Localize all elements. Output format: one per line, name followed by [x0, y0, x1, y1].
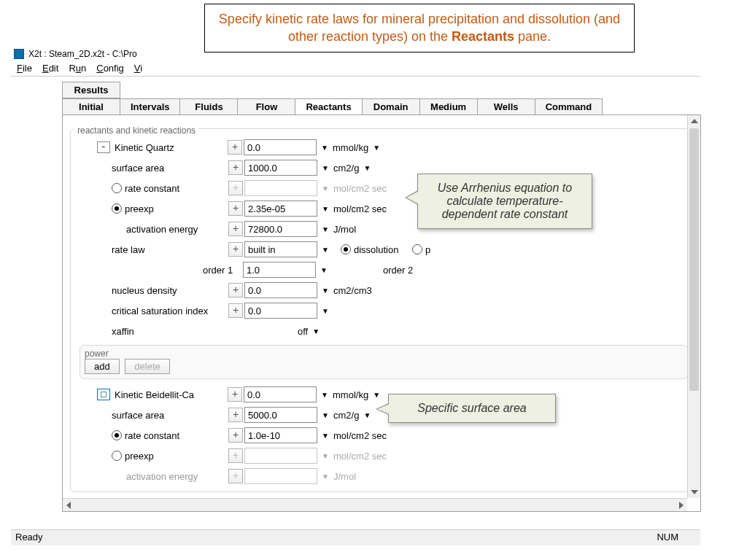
status-right: NUM	[657, 532, 678, 545]
quartz-preexp-label: preexp	[125, 203, 228, 214]
beid-rateconst-input[interactable]	[244, 427, 317, 443]
quartz-rl-dd[interactable]: ▼	[320, 246, 330, 254]
beid-rateconst-label: rate constant	[125, 430, 228, 441]
beid-sa-dd[interactable]: ▼	[320, 411, 330, 419]
beid-amount-input[interactable]	[244, 386, 317, 402]
menu-view[interactable]: Vi	[134, 63, 142, 74]
plus-quartz-csi[interactable]: +	[228, 303, 243, 318]
quartz-csi-input[interactable]	[244, 303, 317, 319]
quartz-sa-dd[interactable]: ▼	[320, 164, 330, 172]
quartz-sa-label: surface area	[112, 163, 228, 174]
tab-domain[interactable]: Domain	[362, 98, 420, 114]
status-bar: Ready NUM	[11, 529, 700, 545]
menu-file[interactable]: File	[17, 63, 32, 74]
instruction-banner: Specify kinetic rate laws for mineral pr…	[204, 4, 635, 52]
plus-quartz-amount[interactable]: +	[228, 140, 242, 155]
callout-ssa: Specific surface area	[388, 394, 556, 423]
quartz-rl-input[interactable]	[244, 241, 317, 257]
menu-bar: File Edit Run Config Vi	[11, 61, 700, 77]
collapse-quartz[interactable]: -	[97, 141, 110, 153]
tab-reactants[interactable]: Reactants	[295, 98, 362, 114]
beid-sa-unit: cm2/g	[333, 410, 359, 421]
quartz-order1-input[interactable]	[243, 262, 316, 278]
tab-medium[interactable]: Medium	[419, 98, 478, 114]
power-box: power add delete	[80, 345, 688, 379]
quartz-ae-dd[interactable]: ▼	[320, 225, 330, 233]
tab-initial[interactable]: Initial	[62, 98, 120, 114]
quartz-sa-unit: cm2/g	[333, 163, 359, 174]
collapse-beidellit[interactable]: □	[97, 389, 110, 400]
menu-edit[interactable]: Edit	[42, 63, 58, 74]
quartz-csi-label: critical saturation index	[112, 306, 228, 316]
callout-arrhenius: Use Arrhenius equation to calculate temp…	[417, 174, 592, 229]
plus-quartz-nucleus[interactable]: +	[228, 283, 243, 298]
quartz-csi-dd[interactable]: ▼	[320, 307, 330, 315]
plus-beid-rateconst[interactable]: +	[228, 428, 243, 443]
quartz-nucleus-dd[interactable]: ▼	[320, 287, 330, 295]
quartz-amount-unit: mmol/kg	[333, 142, 368, 153]
quartz-rateconst-unit: mol/cm2 sec	[333, 183, 387, 194]
quartz-xaffin-dd[interactable]: ▼	[311, 327, 321, 335]
beid-ae-input	[244, 468, 317, 484]
quartz-title: Kinetic Quartz	[115, 142, 228, 153]
quartz-p-radio[interactable]	[412, 244, 422, 254]
beid-amount-unit-dd[interactable]: ▼	[371, 391, 382, 399]
quartz-amount-dd[interactable]: ▼	[320, 144, 330, 152]
beid-sa-label: surface area	[112, 410, 228, 421]
quartz-p-label: p	[425, 244, 430, 255]
tab-command[interactable]: Command	[535, 98, 603, 114]
beid-amount-dd[interactable]: ▼	[320, 391, 330, 399]
plus-beid-sa[interactable]: +	[228, 408, 243, 422]
plus-beid-preexp: +	[228, 448, 243, 463]
plus-quartz-ae[interactable]: +	[228, 222, 243, 236]
quartz-amount-unit-dd[interactable]: ▼	[371, 144, 382, 152]
tab-flow[interactable]: Flow	[237, 98, 295, 114]
vertical-scrollbar[interactable]	[687, 115, 700, 498]
beidellit-title: Kinetic Beidellit-Ca	[115, 389, 228, 400]
beid-preexp-radio[interactable]	[112, 451, 122, 461]
menu-config[interactable]: Config	[96, 63, 124, 74]
tab-results[interactable]: Results	[62, 82, 120, 98]
plus-quartz-preexp[interactable]: +	[228, 201, 243, 216]
quartz-xaffin-value: off	[298, 326, 308, 337]
power-add-button[interactable]: add	[85, 359, 120, 374]
quartz-preexp-input[interactable]	[244, 201, 317, 217]
quartz-rl-label: rate law	[112, 244, 228, 255]
quartz-dissolution-radio[interactable]	[341, 244, 351, 254]
plus-beid-amount[interactable]: +	[228, 387, 242, 402]
beid-preexp-label: preexp	[125, 451, 228, 462]
quartz-preexp-unit: mol/cm2 sec	[333, 203, 387, 214]
quartz-amount-input[interactable]	[244, 139, 317, 155]
menu-run[interactable]: Run	[69, 63, 86, 74]
beid-amount-unit: mmol/kg	[333, 389, 368, 400]
quartz-nucleus-input[interactable]	[244, 282, 317, 298]
quartz-rateconst-radio[interactable]	[112, 183, 122, 193]
tab-fluids[interactable]: Fluids	[179, 98, 238, 114]
plus-quartz-sa[interactable]: +	[228, 160, 243, 175]
quartz-preexp-radio[interactable]	[112, 203, 122, 214]
status-left: Ready	[15, 532, 43, 545]
plus-beid-ae: +	[228, 469, 243, 483]
quartz-preexp-dd[interactable]: ▼	[320, 205, 330, 213]
quartz-xaffin-label: xaffin	[112, 326, 298, 337]
quartz-ae-input[interactable]	[244, 221, 317, 237]
power-label: power	[85, 349, 683, 359]
app-icon	[14, 49, 24, 59]
quartz-order1-dd[interactable]: ▼	[319, 266, 329, 274]
beid-sa-input[interactable]	[244, 407, 317, 423]
beid-rateconst-radio[interactable]	[112, 430, 122, 440]
quartz-order1-label: order 1	[203, 265, 243, 276]
horizontal-scrollbar[interactable]	[63, 498, 687, 511]
beid-rateconst-dd[interactable]: ▼	[320, 432, 330, 440]
quartz-sa-input[interactable]	[244, 160, 317, 176]
quartz-sa-unit-dd[interactable]: ▼	[362, 164, 372, 172]
plus-quartz-rl[interactable]: +	[228, 242, 243, 257]
beid-sa-unit-dd[interactable]: ▼	[362, 411, 372, 419]
tab-wells[interactable]: Wells	[477, 98, 535, 114]
banner-post: pane.	[514, 29, 551, 44]
app-window: X2t : Steam_2D.x2t - C:\Pro File Edit Ru…	[11, 47, 700, 512]
quartz-ae-unit: J/mol	[333, 224, 356, 235]
quartz-ae-label: activation energy	[126, 224, 228, 235]
quartz-nucleus-unit: cm2/cm3	[333, 285, 372, 296]
tab-intervals[interactable]: Intervals	[120, 98, 180, 114]
